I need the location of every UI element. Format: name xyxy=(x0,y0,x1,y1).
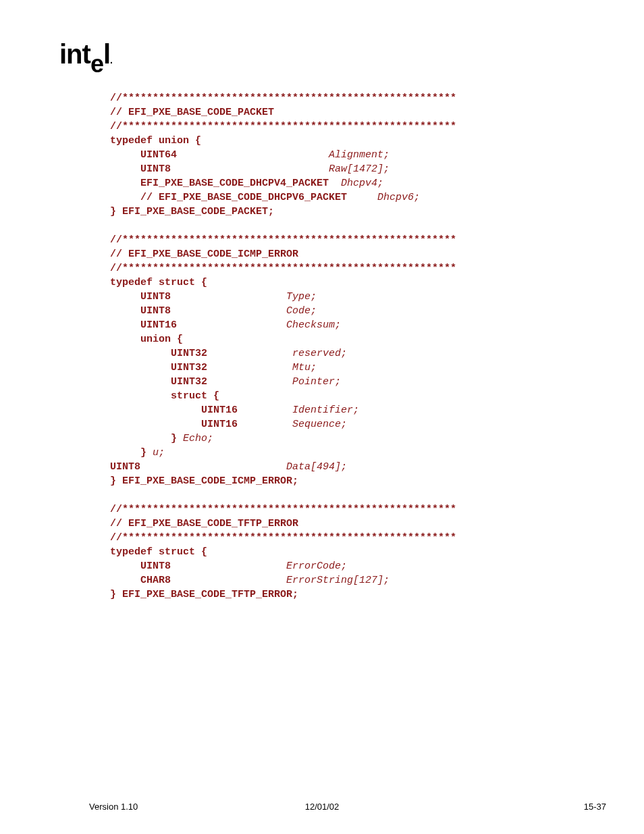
code-type: UINT32 xyxy=(110,376,207,388)
code-type: CHAR8 xyxy=(110,575,171,586)
footer-page-number: 15-37 xyxy=(584,802,606,812)
code-line: } EFI_PXE_BASE_CODE_ICMP_ERROR; xyxy=(110,475,298,487)
code-brace: } xyxy=(110,433,177,444)
intel-logo: intel. xyxy=(59,39,112,76)
code-type: // EFI_PXE_BASE_CODE_DHCPV6_PACKET xyxy=(110,192,347,203)
code-type: UINT16 xyxy=(110,405,238,416)
code-line: //**************************************… xyxy=(110,121,456,132)
code-var: Type; xyxy=(171,291,317,303)
code-line: typedef union { xyxy=(110,135,201,147)
code-type: UINT32 xyxy=(110,348,207,359)
code-line: typedef struct { xyxy=(110,546,207,558)
code-var: Data[494]; xyxy=(140,461,347,473)
code-line: //**************************************… xyxy=(110,234,456,246)
code-listing: //**************************************… xyxy=(110,91,456,602)
code-line: //**************************************… xyxy=(110,263,456,274)
code-type: UINT8 xyxy=(110,461,140,473)
code-line: // EFI_PXE_BASE_CODE_PACKET xyxy=(110,107,274,118)
code-var: Dhcpv4; xyxy=(329,178,383,189)
code-var: Raw[1472]; xyxy=(171,163,390,175)
code-type: UINT64 xyxy=(110,149,177,161)
code-var: Identifier; xyxy=(238,405,359,416)
code-var: Mtu; xyxy=(207,362,317,373)
code-type: UINT16 xyxy=(110,419,238,430)
code-var: Sequence; xyxy=(238,419,347,430)
code-line: //**************************************… xyxy=(110,532,456,544)
code-line: struct { xyxy=(110,390,219,402)
code-var: u; xyxy=(146,447,165,459)
code-var: Pointer; xyxy=(207,376,341,388)
code-type: UINT8 xyxy=(110,291,171,303)
code-line: //**************************************… xyxy=(110,93,456,104)
code-line: // EFI_PXE_BASE_CODE_TFTP_ERROR xyxy=(110,518,298,529)
code-line: // EFI_PXE_BASE_CODE_ICMP_ERROR xyxy=(110,249,298,260)
code-type: EFI_PXE_BASE_CODE_DHCPV4_PACKET xyxy=(110,178,329,189)
code-var: Dhcpv6; xyxy=(347,192,420,203)
code-line: union { xyxy=(110,334,183,345)
code-var: Checksum; xyxy=(177,319,341,331)
code-type: UINT16 xyxy=(110,319,177,331)
code-var: ErrorString[127]; xyxy=(171,575,390,586)
code-line: typedef struct { xyxy=(110,277,207,288)
code-line: } EFI_PXE_BASE_CODE_TFTP_ERROR; xyxy=(110,589,298,600)
code-line: } EFI_PXE_BASE_CODE_PACKET; xyxy=(110,206,274,217)
code-var: Alignment; xyxy=(177,149,390,161)
code-type: UINT32 xyxy=(110,362,207,373)
code-type: UINT8 xyxy=(110,561,171,572)
code-var: ErrorCode; xyxy=(171,561,347,572)
code-brace: } xyxy=(110,447,146,459)
code-line: //**************************************… xyxy=(110,504,456,515)
code-type: UINT8 xyxy=(110,163,171,175)
code-var: reserved; xyxy=(207,348,347,359)
footer-date: 12/01/02 xyxy=(0,802,644,812)
code-type: UINT8 xyxy=(110,305,171,317)
code-var: Echo; xyxy=(177,433,213,444)
code-var: Code; xyxy=(171,305,317,317)
